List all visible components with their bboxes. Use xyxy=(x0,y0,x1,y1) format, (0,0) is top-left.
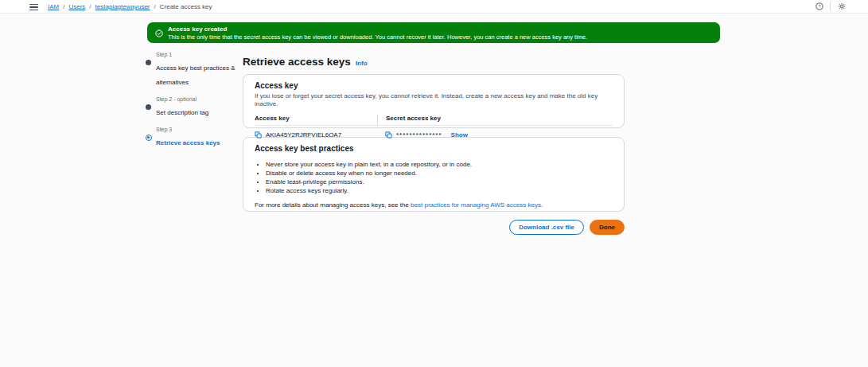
info-link[interactable]: Info xyxy=(356,60,368,67)
breadcrumb-link-iam[interactable]: IAM xyxy=(48,3,59,10)
breadcrumb-link-user[interactable]: testapiagtewayuser xyxy=(95,3,150,10)
step-2-label: Step 2 - optional xyxy=(156,96,239,102)
step-2-title[interactable]: Set description tag xyxy=(156,109,208,116)
breadcrumb-link-users[interactable]: Users xyxy=(68,3,85,10)
access-key-card-title: Access key xyxy=(255,81,613,90)
step-1-title[interactable]: Access key best practices & alternatives xyxy=(156,64,235,86)
top-navigation-bar: IAM / Users / testapiagtewayuser / Creat… xyxy=(0,0,868,14)
access-key-card-description: If you lose or forget your secret access… xyxy=(255,92,613,108)
best-practice-item: Enable least-privilege permissions. xyxy=(266,178,613,186)
column-header-secret-access-key: Secret access key xyxy=(377,115,613,126)
step-active-radio-icon xyxy=(146,135,152,141)
step-visited-icon xyxy=(146,104,151,110)
step-3-item[interactable]: Step 3 Retrieve access keys xyxy=(146,127,239,148)
done-button[interactable]: Done xyxy=(590,220,625,235)
banner-message: This is the only time that the secret ac… xyxy=(168,33,587,41)
best-practice-item: Never store your access key in plain tex… xyxy=(266,160,613,169)
copy-secret-key-icon[interactable] xyxy=(385,131,392,139)
access-key-cell: AKIA45Y2RJRFVIEL6OA7 xyxy=(255,126,377,139)
breadcrumb-separator: / xyxy=(63,3,64,10)
show-secret-key-link[interactable]: Show xyxy=(451,131,468,139)
secret-key-masked-value: ************** xyxy=(396,131,442,139)
footer-text: . xyxy=(541,201,543,209)
page-title: Retrieve access keys xyxy=(243,56,351,68)
best-practices-card: Access key best practices Never store yo… xyxy=(243,137,625,212)
best-practices-list: Never store your access key in plain tex… xyxy=(266,160,613,195)
copy-access-key-icon[interactable] xyxy=(255,131,262,139)
main-content: Retrieve access keys Info Access key If … xyxy=(243,56,625,235)
secret-access-key-cell: ************** Show xyxy=(377,126,613,139)
best-practices-footer: For more details about managing access k… xyxy=(255,201,613,209)
step-2-item[interactable]: Step 2 - optional Set description tag xyxy=(146,96,239,118)
best-practices-title: Access key best practices xyxy=(255,144,613,153)
breadcrumb: IAM / Users / testapiagtewayuser / Creat… xyxy=(48,3,212,10)
best-practice-item: Disable or delete access key when no lon… xyxy=(266,169,613,178)
column-header-access-key: Access key xyxy=(255,115,377,126)
best-practices-doc-link[interactable]: best practices for managing AWS access k… xyxy=(411,201,541,209)
step-visited-icon xyxy=(146,60,151,65)
settings-gear-icon[interactable] xyxy=(837,2,846,10)
access-key-value: AKIA45Y2RJRFVIEL6OA7 xyxy=(266,131,341,139)
step-1-label: Step 1 xyxy=(156,52,239,57)
access-key-table: Access key Secret access key AKIA45Y2RJR… xyxy=(255,115,613,139)
step-1-item[interactable]: Step 1 Access key best practices & alter… xyxy=(146,52,239,88)
success-check-icon xyxy=(155,26,163,41)
download-csv-button[interactable]: Download .csv file xyxy=(509,220,584,235)
banner-title: Access key created xyxy=(168,25,587,33)
action-buttons: Download .csv file Done xyxy=(243,220,625,235)
footer-text: For more details about managing access k… xyxy=(255,201,411,209)
breadcrumb-separator: / xyxy=(154,3,156,10)
breadcrumb-separator: / xyxy=(89,3,91,10)
hamburger-menu-icon[interactable] xyxy=(29,4,38,10)
help-icon[interactable]: ? xyxy=(815,2,823,10)
step-3-label: Step 3 xyxy=(156,127,239,132)
step-3-title[interactable]: Retrieve access keys xyxy=(156,139,220,146)
breadcrumb-current-page: Create access key xyxy=(160,3,212,10)
topbar-divider xyxy=(830,2,831,10)
access-key-card: Access key If you lose or forget your se… xyxy=(243,74,625,128)
wizard-steps-nav: Step 1 Access key best practices & alter… xyxy=(146,52,239,157)
best-practice-item: Rotate access keys regularly. xyxy=(266,186,613,195)
success-banner: Access key created This is the only time… xyxy=(147,22,720,43)
svg-text:?: ? xyxy=(818,4,820,9)
